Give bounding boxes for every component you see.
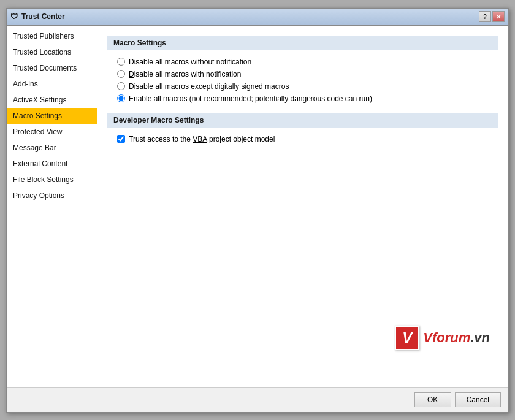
macro-option-4-label: Enable all macros (not recommended; pote… [129,94,372,103]
macro-radio-4[interactable] [117,94,125,102]
sidebar-item-file-block-settings[interactable]: File Block Settings [7,172,97,188]
vba-access-label: Trust access to the VBA project object m… [129,135,275,143]
dialog-title: 🛡 Trust Center [10,12,65,21]
title-icon: 🛡 [10,12,18,21]
vforum-text: Vforum.vn [423,330,490,346]
dialog-body: Trusted Publishers Trusted Locations Tru… [7,26,508,387]
sidebar-item-privacy-options[interactable]: Privacy Options [7,188,97,204]
developer-macro-header: Developer Macro Settings [107,113,498,128]
sidebar-item-trusted-locations[interactable]: Trusted Locations [7,44,97,60]
macro-option-2[interactable]: Disable all macros with notification [117,70,498,78]
sidebar-item-protected-view[interactable]: Protected View [7,124,97,140]
sidebar-item-trusted-publishers[interactable]: Trusted Publishers [7,28,97,44]
close-button[interactable]: ✕ [492,11,505,22]
main-content-wrapper: Macro Settings Disable all macros withou… [97,26,508,387]
macro-option-3[interactable]: Disable all macros except digitally sign… [117,82,498,91]
sidebar-item-trusted-documents[interactable]: Trusted Documents [7,60,97,76]
vforum-logo: V [395,326,419,350]
macro-radio-1[interactable] [117,58,125,66]
macro-radio-2[interactable] [117,70,125,78]
vba-access-checkbox[interactable] [117,135,125,143]
macro-settings-options: Disable all macros without notification … [107,58,498,103]
sidebar-item-external-content[interactable]: External Content [7,156,97,172]
trust-center-dialog: 🛡 Trust Center ? ✕ Trusted Publishers Tr… [6,8,509,413]
vba-access-option[interactable]: Trust access to the VBA project object m… [107,135,498,143]
watermark: V Vforum.vn [395,326,490,350]
developer-macro-section: Developer Macro Settings Trust access to… [107,113,498,143]
macro-option-1-label: Disable all macros without notification [129,58,251,66]
macro-option-4[interactable]: Enable all macros (not recommended; pote… [117,94,498,103]
sidebar-item-macro-settings[interactable]: Macro Settings [7,108,97,124]
macro-option-1[interactable]: Disable all macros without notification [117,58,498,66]
dialog-footer: OK Cancel [7,387,508,412]
sidebar-item-message-bar[interactable]: Message Bar [7,140,97,156]
macro-option-2-label: Disable all macros with notification [129,70,241,78]
title-bar-controls: ? ✕ [479,11,505,22]
ok-button[interactable]: OK [414,392,451,407]
sidebar: Trusted Publishers Trusted Locations Tru… [7,26,97,387]
macro-settings-header: Macro Settings [107,36,498,50]
title-bar: 🛡 Trust Center ? ✕ [7,9,508,26]
cancel-button[interactable]: Cancel [455,392,501,407]
macro-radio-3[interactable] [117,82,125,90]
macro-option-3-label: Disable all macros except digitally sign… [129,82,289,91]
help-button[interactable]: ? [479,11,491,22]
sidebar-item-activex-settings[interactable]: ActiveX Settings [7,92,97,108]
sidebar-item-add-ins[interactable]: Add-ins [7,76,97,92]
